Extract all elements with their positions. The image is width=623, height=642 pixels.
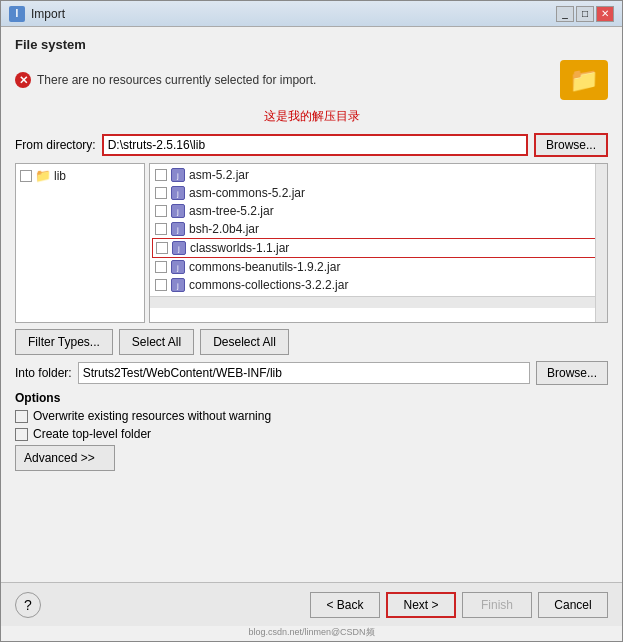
file-name: asm-5.2.jar bbox=[189, 168, 249, 182]
deselect-all-button[interactable]: Deselect All bbox=[200, 329, 289, 355]
vertical-scrollbar[interactable] bbox=[595, 164, 607, 322]
file-name: bsh-2.0b4.jar bbox=[189, 222, 259, 236]
options-label: Options bbox=[15, 391, 608, 405]
from-directory-row: From directory: Browse... bbox=[15, 133, 608, 157]
tree-item-label: lib bbox=[54, 169, 66, 183]
titlebar: I Import _ □ ✕ bbox=[1, 1, 622, 27]
left-tree-panel: 📁 lib bbox=[15, 163, 145, 323]
warning-icon: ✕ bbox=[15, 72, 31, 88]
options-section: Options Overwrite existing resources wit… bbox=[15, 391, 608, 471]
from-dir-label: From directory: bbox=[15, 138, 96, 152]
dialog-footer: ? < Back Next > Finish Cancel bbox=[1, 582, 622, 626]
window-title: Import bbox=[31, 7, 556, 21]
dialog-content: File system ✕ There are no resources cur… bbox=[1, 27, 622, 582]
jar-icon: j bbox=[171, 204, 185, 218]
next-button[interactable]: Next > bbox=[386, 592, 456, 618]
list-item-highlighted[interactable]: j classworlds-1.1.jar bbox=[152, 238, 605, 258]
overwrite-label: Overwrite existing resources without war… bbox=[33, 409, 271, 423]
create-top-label: Create top-level folder bbox=[33, 427, 151, 441]
jar-icon: j bbox=[171, 222, 185, 236]
file-name: asm-commons-5.2.jar bbox=[189, 186, 305, 200]
list-item[interactable]: j commons-collections-3.2.2.jar bbox=[152, 276, 605, 294]
list-item[interactable]: j asm-tree-5.2.jar bbox=[152, 202, 605, 220]
right-file-panel: j asm-5.2.jar j asm-commons-5.2.jar j as… bbox=[149, 163, 608, 323]
into-folder-row: Into folder: Browse... bbox=[15, 361, 608, 385]
file-checkbox[interactable] bbox=[155, 205, 167, 217]
jar-icon: j bbox=[171, 278, 185, 292]
footer-buttons: < Back Next > Finish Cancel bbox=[310, 592, 608, 618]
select-all-button[interactable]: Select All bbox=[119, 329, 194, 355]
list-item[interactable]: j commons-beanutils-1.9.2.jar bbox=[152, 258, 605, 276]
browse-button-top[interactable]: Browse... bbox=[534, 133, 608, 157]
warning-text: There are no resources currently selecte… bbox=[37, 73, 316, 87]
window-controls: _ □ ✕ bbox=[556, 6, 614, 22]
overwrite-checkbox[interactable] bbox=[15, 410, 28, 423]
list-item[interactable]: j asm-commons-5.2.jar bbox=[152, 184, 605, 202]
minimize-button[interactable]: _ bbox=[556, 6, 574, 22]
import-window: I Import _ □ ✕ File system ✕ There are n… bbox=[0, 0, 623, 642]
file-panels: 📁 lib j asm-5.2.jar j asm-commons-5.2.ja… bbox=[15, 163, 608, 323]
close-button[interactable]: ✕ bbox=[596, 6, 614, 22]
back-button[interactable]: < Back bbox=[310, 592, 380, 618]
window-icon: I bbox=[9, 6, 25, 22]
file-name: commons-collections-3.2.2.jar bbox=[189, 278, 348, 292]
horizontal-scrollbar[interactable] bbox=[150, 296, 607, 308]
from-dir-input[interactable] bbox=[102, 134, 528, 156]
file-checkbox[interactable] bbox=[155, 279, 167, 291]
action-buttons-row: Filter Types... Select All Deselect All bbox=[15, 329, 608, 355]
file-checkbox[interactable] bbox=[155, 223, 167, 235]
section-title: File system bbox=[15, 37, 608, 52]
cancel-button[interactable]: Cancel bbox=[538, 592, 608, 618]
file-name: asm-tree-5.2.jar bbox=[189, 204, 274, 218]
annotation-text: 这是我的解压目录 bbox=[15, 108, 608, 125]
footer-left: ? bbox=[15, 592, 41, 618]
watermark: blog.csdn.net/linmen@CSDN频 bbox=[1, 626, 622, 641]
filter-types-button[interactable]: Filter Types... bbox=[15, 329, 113, 355]
into-folder-label: Into folder: bbox=[15, 366, 72, 380]
overwrite-option: Overwrite existing resources without war… bbox=[15, 409, 608, 423]
list-item[interactable]: j asm-5.2.jar bbox=[152, 166, 605, 184]
create-top-option: Create top-level folder bbox=[15, 427, 608, 441]
file-checkbox[interactable] bbox=[156, 242, 168, 254]
jar-icon: j bbox=[171, 260, 185, 274]
create-top-checkbox[interactable] bbox=[15, 428, 28, 441]
file-checkbox[interactable] bbox=[155, 261, 167, 273]
list-item[interactable]: j bsh-2.0b4.jar bbox=[152, 220, 605, 238]
file-name: classworlds-1.1.jar bbox=[190, 241, 289, 255]
folder-icon: 📁 bbox=[35, 168, 51, 183]
file-checkbox[interactable] bbox=[155, 169, 167, 181]
tree-item-lib[interactable]: 📁 lib bbox=[18, 166, 142, 185]
jar-icon: j bbox=[171, 168, 185, 182]
folder-large-icon: 📁 bbox=[560, 60, 608, 100]
warning-row: ✕ There are no resources currently selec… bbox=[15, 60, 608, 100]
jar-icon: j bbox=[171, 186, 185, 200]
advanced-button[interactable]: Advanced >> bbox=[15, 445, 115, 471]
file-checkbox[interactable] bbox=[155, 187, 167, 199]
browse-button-bottom[interactable]: Browse... bbox=[536, 361, 608, 385]
file-list: j asm-5.2.jar j asm-commons-5.2.jar j as… bbox=[150, 164, 607, 296]
jar-icon: j bbox=[172, 241, 186, 255]
maximize-button[interactable]: □ bbox=[576, 6, 594, 22]
into-folder-input[interactable] bbox=[78, 362, 530, 384]
tree-checkbox[interactable] bbox=[20, 170, 32, 182]
finish-button[interactable]: Finish bbox=[462, 592, 532, 618]
help-button[interactable]: ? bbox=[15, 592, 41, 618]
file-name: commons-beanutils-1.9.2.jar bbox=[189, 260, 340, 274]
